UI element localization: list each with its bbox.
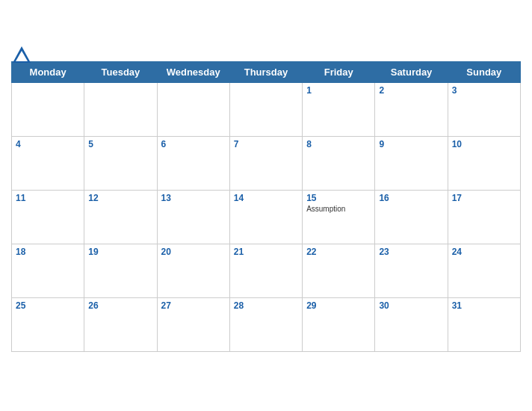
day-number: 17 [452,193,516,203]
calendar-cell: 29 [303,298,375,352]
calendar-cell [157,83,229,137]
day-number: 9 [379,139,443,149]
calendar-cell: 13 [157,191,229,244]
calendar-cell: 7 [229,137,302,191]
day-number: 19 [88,247,152,257]
weekday-header-saturday: Saturday [375,62,448,83]
day-number: 14 [234,193,298,203]
day-number: 7 [234,139,298,149]
calendar-cell: 4 [12,137,84,191]
day-event: Assumption [306,205,371,213]
weekday-header-friday: Friday [303,62,375,83]
day-number: 1 [306,85,371,96]
calendar-cell: 25 [12,298,84,352]
calendar-container: MondayTuesdayWednesdayThursdayFridaySatu… [0,48,532,363]
day-number: 31 [452,300,516,311]
day-number: 3 [452,85,516,96]
day-number: 13 [161,193,226,203]
day-number: 15 [306,193,371,203]
day-number: 10 [452,139,516,149]
week-row-4: 18192021222324 [12,244,521,298]
weekday-header-sunday: Sunday [448,62,520,83]
day-number: 21 [234,247,298,257]
calendar-cell: 6 [157,137,229,191]
calendar-cell: 22 [303,244,375,298]
calendar-cell: 23 [375,244,448,298]
day-number: 28 [234,300,298,311]
calendar-cell: 28 [229,298,302,352]
week-row-5: 25262728293031 [12,298,521,352]
calendar-table: MondayTuesdayWednesdayThursdayFridaySatu… [11,61,521,352]
calendar-cell: 16 [375,191,448,244]
logo-icon [11,45,32,66]
day-number: 20 [161,247,226,257]
day-number: 29 [306,300,371,311]
calendar-cell [12,83,84,137]
calendar-cell: 15Assumption [303,191,375,244]
calendar-cell: 5 [84,137,157,191]
calendar-cell: 24 [448,244,520,298]
day-number: 26 [88,300,152,311]
calendar-cell: 9 [375,137,448,191]
calendar-cell: 1 [303,83,375,137]
week-row-3: 1112131415Assumption1617 [12,191,521,244]
calendar-cell: 30 [375,298,448,352]
day-number: 11 [16,193,80,203]
calendar-cell: 18 [12,244,84,298]
calendar-cell: 11 [12,191,84,244]
calendar-cell: 17 [448,191,520,244]
calendar-cell: 31 [448,298,520,352]
calendar-cell: 12 [84,191,157,244]
logo [11,45,34,66]
day-number: 25 [16,300,80,311]
calendar-cell [84,83,157,137]
calendar-cell: 3 [448,83,520,137]
weekday-header-row: MondayTuesdayWednesdayThursdayFridaySatu… [12,62,521,83]
day-number: 4 [16,139,80,149]
day-number: 16 [379,193,443,203]
calendar-cell: 20 [157,244,229,298]
calendar-cell: 21 [229,244,302,298]
day-number: 2 [379,85,443,96]
day-number: 8 [306,139,371,149]
calendar-cell: 10 [448,137,520,191]
calendar-cell: 27 [157,298,229,352]
calendar-cell: 2 [375,83,448,137]
calendar-cell: 8 [303,137,375,191]
day-number: 22 [306,247,371,257]
day-number: 30 [379,300,443,311]
day-number: 27 [161,300,226,311]
calendar-cell: 26 [84,298,157,352]
week-row-2: 45678910 [12,137,521,191]
calendar-cell [229,83,302,137]
day-number: 12 [88,193,152,203]
weekday-header-thursday: Thursday [229,62,302,83]
calendar-cell: 19 [84,244,157,298]
calendar-cell: 14 [229,191,302,244]
day-number: 18 [16,247,80,257]
day-number: 5 [88,139,152,149]
day-number: 6 [161,139,226,149]
day-number: 23 [379,247,443,257]
day-number: 24 [452,247,516,257]
week-row-1: 123 [12,83,521,137]
weekday-header-tuesday: Tuesday [84,62,157,83]
weekday-header-wednesday: Wednesday [157,62,229,83]
